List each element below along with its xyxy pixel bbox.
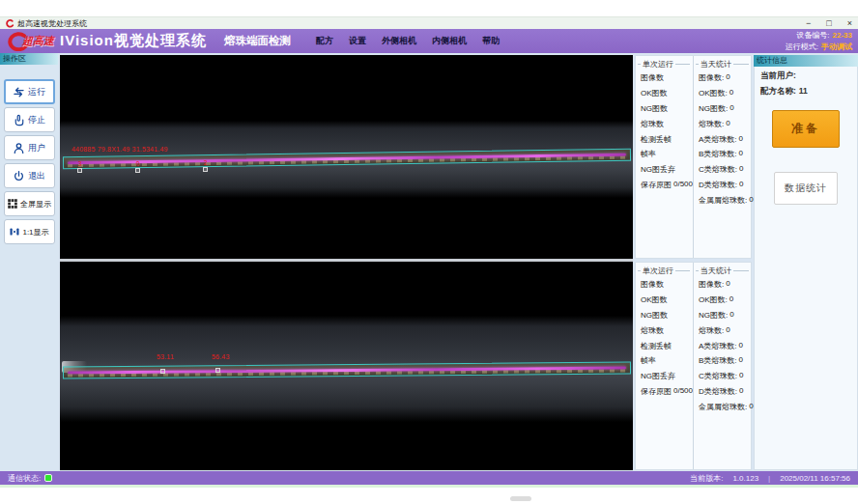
stat-row: B类熔珠数:0 bbox=[694, 147, 752, 162]
app-subtitle: 熔珠端面检测 bbox=[224, 34, 291, 48]
stat-label: 保存原图 bbox=[641, 180, 672, 190]
stat-row: C类熔珠数:0 bbox=[694, 369, 752, 384]
version-label: 当前版本: bbox=[690, 473, 723, 484]
menu-item-help[interactable]: 帮助 bbox=[482, 35, 500, 47]
stat-label: OK图数 bbox=[641, 88, 668, 98]
stat-value: 0/500 bbox=[673, 180, 693, 190]
stop-button[interactable]: 停止 bbox=[4, 107, 55, 132]
stat-label: 检测丢帧 bbox=[641, 341, 672, 351]
run-button[interactable]: 运行 bbox=[4, 79, 55, 104]
stat-row: NG图数:0 bbox=[694, 101, 752, 117]
data-statistics-button[interactable]: 数据统计 bbox=[774, 172, 838, 205]
stat-label: 金属屑熔珠数: bbox=[699, 195, 747, 206]
stat-value: 0 bbox=[739, 164, 743, 175]
seam-marker-box bbox=[160, 369, 165, 374]
single-run-title: 单次运行 bbox=[643, 59, 673, 70]
daily-stats-column: 当天统计 图像数:0 OK图数:0 NG图数:0 熔珠数:0 A类熔珠数:0 B… bbox=[693, 56, 752, 258]
seam-marker-box bbox=[215, 368, 220, 373]
stat-label: C类熔珠数: bbox=[699, 371, 737, 381]
exit-button[interactable]: 退出 bbox=[4, 163, 55, 188]
stat-row: NG图丢弃 bbox=[636, 162, 693, 178]
exit-button-label: 退出 bbox=[28, 170, 45, 182]
stats-block-bottom: 单次运行 图像数 OK图数 NG图数 熔珠数 检测丢帧 帧率 NG图丢弃 保存原… bbox=[635, 262, 752, 470]
stat-row: 熔珠数:0 bbox=[694, 322, 752, 338]
comm-status-label: 通信状态: bbox=[8, 473, 41, 484]
run-cycle-icon bbox=[13, 86, 25, 98]
camera-viewport-top: 440885 79.8X1.49 31.5341.49 3 0 2 bbox=[60, 55, 633, 259]
stat-value: 0/500 bbox=[673, 386, 693, 397]
stat-label: 熔珠数 bbox=[641, 325, 664, 336]
menu-item-recipe[interactable]: 配方 bbox=[316, 35, 333, 47]
sidebar-title: 操作区 bbox=[0, 53, 58, 65]
stat-row: D类熔珠数:0 bbox=[694, 177, 752, 192]
stat-row: B类熔珠数:0 bbox=[694, 353, 752, 369]
stat-row: 检测丢帧 bbox=[636, 338, 693, 353]
app-window: 超高速视觉处理系统 − □ × 超高速 IVision视觉处理系统 熔珠端面检测… bbox=[0, 0, 858, 504]
stat-label: 帧率 bbox=[641, 149, 656, 159]
user-icon bbox=[13, 142, 25, 154]
stat-value: 0 bbox=[729, 103, 733, 114]
menu-item-outer-camera[interactable]: 外侧相机 bbox=[382, 35, 416, 47]
one-to-one-button[interactable]: 1:1显示 bbox=[4, 219, 55, 244]
run-mode-row: 运行模式: 手动调试 bbox=[786, 42, 852, 53]
stat-label: NG图丢弃 bbox=[641, 164, 675, 175]
device-number-label: 设备编号: bbox=[796, 30, 829, 42]
stat-label: B类熔珠数: bbox=[699, 149, 737, 159]
maximize-button[interactable]: □ bbox=[826, 17, 831, 29]
stat-label: 检测丢帧 bbox=[641, 134, 672, 145]
stat-row: 图像数:0 bbox=[694, 70, 752, 86]
stat-row: NG图数 bbox=[636, 308, 693, 323]
user-button[interactable]: 用户 bbox=[4, 135, 55, 160]
measurement-annotation: 56.43 bbox=[212, 353, 230, 360]
seam-marker-box bbox=[77, 168, 82, 173]
bottom-notch bbox=[510, 496, 531, 501]
daily-stats-title: 当天统计 bbox=[701, 266, 731, 276]
daily-stats-column: 当天统计 图像数:0 OK图数:0 NG图数:0 熔珠数:0 A类熔珠数:0 B… bbox=[693, 263, 752, 469]
stat-row: 熔珠数 bbox=[636, 322, 693, 338]
comm-status-indicator bbox=[44, 474, 52, 482]
stat-label: NG图丢弃 bbox=[641, 371, 675, 381]
prepare-button[interactable]: 准备 bbox=[772, 110, 840, 148]
app-logo-icon bbox=[6, 19, 14, 28]
fullscreen-grid-icon bbox=[7, 198, 18, 210]
one-to-one-button-label: 1:1显示 bbox=[22, 227, 48, 238]
stat-row: 熔珠数 bbox=[636, 116, 693, 131]
camera-viewport-bottom: 53.11 56.43 bbox=[60, 262, 633, 470]
stat-row: 检测丢帧 bbox=[636, 131, 693, 147]
stat-row: D类熔珠数:0 bbox=[694, 383, 752, 399]
menu-item-inner-camera[interactable]: 内侧相机 bbox=[432, 35, 467, 47]
stat-label: B类熔珠数: bbox=[699, 355, 737, 366]
recipe-name-row: 配方名称: 11 bbox=[755, 82, 857, 98]
stop-button-label: 停止 bbox=[28, 114, 45, 126]
stat-value: 0 bbox=[739, 134, 743, 145]
menu-item-settings[interactable]: 设置 bbox=[349, 35, 366, 47]
seam-marker: 3 bbox=[77, 161, 82, 173]
app-header: 超高速 IVision视觉处理系统 熔珠端面检测 配方 设置 外侧相机 内侧相机… bbox=[0, 29, 858, 53]
stat-row: 熔珠数:0 bbox=[694, 116, 752, 131]
stat-row: 保存原图0/500 bbox=[636, 383, 693, 399]
single-run-title: 单次运行 bbox=[643, 266, 673, 276]
close-button[interactable]: × bbox=[847, 17, 852, 29]
fullscreen-button-label: 全屏显示 bbox=[20, 199, 51, 210]
seam-marker-box bbox=[203, 167, 208, 172]
stat-row: A类熔珠数:0 bbox=[694, 338, 752, 353]
measurement-annotation: 53.11 bbox=[157, 353, 174, 360]
stat-label: 帧率 bbox=[641, 355, 656, 366]
single-run-column: 单次运行 图像数 OK图数 NG图数 熔珠数 检测丢帧 帧率 NG图丢弃 保存原… bbox=[636, 56, 693, 258]
minimize-button[interactable]: − bbox=[806, 17, 811, 29]
stat-value: 0 bbox=[739, 386, 743, 397]
stat-label: NG图数 bbox=[641, 103, 668, 114]
stat-label: 图像数 bbox=[641, 72, 664, 83]
daily-stats-title: 当天统计 bbox=[701, 59, 731, 70]
brand-logo: 超高速 bbox=[6, 32, 54, 51]
window-bottom-edge bbox=[0, 485, 858, 488]
stat-row: 金属屑熔珠数:0 bbox=[694, 192, 752, 208]
window-titlebar: 超高速视觉处理系统 − □ × bbox=[0, 16, 858, 29]
single-run-column: 单次运行 图像数 OK图数 NG图数 熔珠数 检测丢帧 帧率 NG图丢弃 保存原… bbox=[636, 263, 693, 469]
fullscreen-button[interactable]: 全屏显示 bbox=[4, 191, 55, 216]
stat-label: 图像数: bbox=[699, 279, 724, 290]
stat-label: 熔珠数: bbox=[699, 119, 724, 129]
status-bar: 通信状态: 当前版本: 1.0.123 | 2025/02/11 16:57:5… bbox=[0, 471, 858, 485]
stat-value: 0 bbox=[739, 180, 743, 190]
stat-label: OK图数: bbox=[699, 294, 728, 305]
